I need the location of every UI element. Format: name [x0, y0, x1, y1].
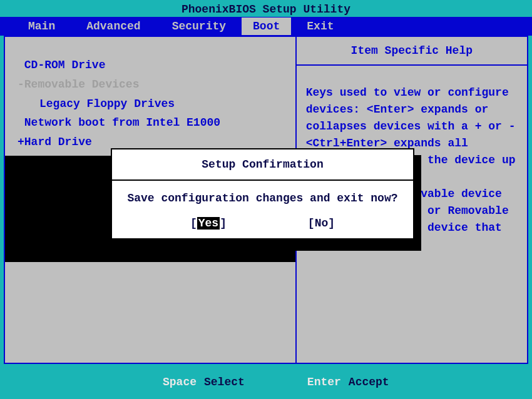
footer-label-select: Select: [204, 376, 245, 388]
dialog-message: Save configuration changes and exit now?: [112, 181, 413, 210]
boot-item-network[interactable]: Network boot from Intel E1000: [18, 113, 283, 133]
footer-key-enter: Enter: [307, 376, 341, 388]
window-title: PhoenixBIOS Setup Utility: [0, 2, 532, 17]
tab-main[interactable]: Main: [13, 18, 71, 35]
help-title: Item Specific Help: [297, 37, 527, 66]
boot-item-floppy[interactable]: Legacy Floppy Drives: [18, 94, 283, 114]
footer-key-space: Space: [163, 376, 197, 388]
yes-button[interactable]: [Yes]: [190, 217, 227, 230]
boot-item-removable[interactable]: -Removable Devices: [18, 75, 283, 94]
dialog-buttons: [Yes] [No]: [112, 210, 413, 238]
dialog-title: Setup Confirmation: [112, 149, 413, 181]
tab-exit[interactable]: Exit: [291, 18, 349, 35]
tab-advanced[interactable]: Advanced: [71, 18, 156, 35]
tab-security[interactable]: Security: [156, 18, 242, 35]
footer-bar: Space Select Enter Accept: [0, 368, 532, 396]
confirmation-dialog: Setup Confirmation Save configuration ch…: [111, 148, 414, 240]
tab-boot[interactable]: Boot: [242, 18, 291, 35]
footer-label-accept: Accept: [349, 376, 389, 388]
no-button[interactable]: [No]: [308, 217, 335, 230]
menu-bar: Main Advanced Security Boot Exit: [0, 17, 532, 36]
boot-item-cdrom[interactable]: CD-ROM Drive: [18, 56, 283, 75]
